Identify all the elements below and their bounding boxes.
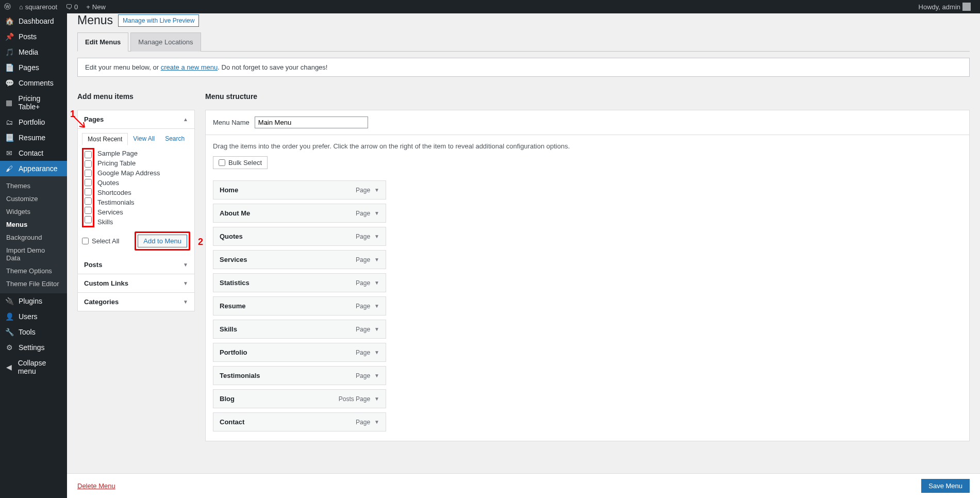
sidebar-sub-themes[interactable]: Themes bbox=[0, 179, 67, 192]
sidebar-item-media[interactable]: 🎵Media bbox=[0, 44, 67, 60]
page-item[interactable]: Services bbox=[97, 207, 190, 217]
chevron-down-icon[interactable]: ▼ bbox=[374, 396, 379, 402]
sidebar-item-plugins[interactable]: 🔌Plugins bbox=[0, 293, 67, 309]
select-all[interactable]: Select All bbox=[82, 237, 119, 245]
sidebar-item-appearance[interactable]: 🖌Appearance bbox=[0, 161, 67, 176]
sidebar-item-label: Posts bbox=[19, 32, 37, 41]
page-checkbox[interactable] bbox=[85, 197, 92, 205]
menu-item-skills[interactable]: SkillsPage▼ bbox=[213, 320, 386, 339]
comments-link[interactable]: 🗨0 bbox=[61, 0, 82, 13]
caret-up-icon: ▲ bbox=[183, 117, 188, 122]
sidebar-item-contact[interactable]: ✉Contact bbox=[0, 145, 67, 161]
inner-tab-most-recent[interactable]: Most Recent bbox=[82, 133, 128, 145]
page-item[interactable]: Sample Page bbox=[97, 148, 190, 158]
inner-tab-view-all[interactable]: View All bbox=[128, 133, 160, 145]
sidebar-sub-widgets[interactable]: Widgets bbox=[0, 205, 67, 218]
menu-item-services[interactable]: ServicesPage▼ bbox=[213, 250, 386, 269]
add-to-menu-button[interactable]: Add to Menu bbox=[138, 235, 187, 247]
chevron-down-icon[interactable]: ▼ bbox=[374, 419, 379, 425]
tab-edit-menus[interactable]: Edit Menus bbox=[77, 32, 128, 52]
page-checkbox[interactable] bbox=[85, 160, 92, 168]
chevron-down-icon[interactable]: ▼ bbox=[374, 373, 379, 378]
menu-name-label: Menu Name bbox=[213, 119, 250, 126]
bulk-select[interactable]: Bulk Select bbox=[213, 156, 268, 169]
sidebar-item-pages[interactable]: 📄Pages bbox=[0, 60, 67, 75]
menu-item-type: Page bbox=[356, 256, 370, 263]
page-item-label: Shortcodes bbox=[97, 189, 131, 196]
chevron-down-icon[interactable]: ▼ bbox=[374, 210, 379, 216]
sidebar-item-pricing-table-[interactable]: ▦Pricing Table+ bbox=[0, 91, 67, 114]
live-preview-button[interactable]: Manage with Live Preview bbox=[118, 14, 199, 27]
menu-item-quotes[interactable]: QuotesPage▼ bbox=[213, 227, 386, 246]
sidebar-item-label: Settings bbox=[19, 343, 45, 352]
posts-accordion-toggle[interactable]: Posts ▼ bbox=[78, 256, 194, 274]
custom-links-accordion-toggle[interactable]: Custom Links ▼ bbox=[78, 274, 194, 293]
page-checkbox[interactable] bbox=[85, 151, 92, 158]
select-all-checkbox[interactable] bbox=[82, 238, 89, 244]
site-link[interactable]: ⌂squareroot bbox=[15, 0, 61, 13]
menu-item-contact[interactable]: ContactPage▼ bbox=[213, 412, 386, 431]
delete-menu-link[interactable]: Delete Menu bbox=[77, 482, 115, 490]
page-item[interactable]: Testimonials bbox=[97, 197, 190, 207]
sidebar-item-dashboard[interactable]: 🏠Dashboard bbox=[0, 13, 67, 29]
menu-item-resume[interactable]: ResumePage▼ bbox=[213, 296, 386, 316]
bulk-select-checkbox[interactable] bbox=[219, 159, 225, 166]
page-item[interactable]: Skills bbox=[97, 217, 190, 227]
bulk-select-label: Bulk Select bbox=[228, 159, 262, 167]
chevron-down-icon[interactable]: ▼ bbox=[374, 234, 379, 239]
sidebar-sub-theme-options[interactable]: Theme Options bbox=[0, 264, 67, 277]
sidebar-item-portfolio[interactable]: 🗂Portfolio bbox=[0, 114, 67, 130]
chevron-down-icon[interactable]: ▼ bbox=[374, 187, 379, 193]
sidebar-item-posts[interactable]: 📌Posts bbox=[0, 29, 67, 44]
sidebar-item-tools[interactable]: 🔧Tools bbox=[0, 324, 67, 340]
menu-name-input[interactable] bbox=[255, 117, 368, 128]
sidebar-sub-background[interactable]: Background bbox=[0, 231, 67, 244]
sidebar-item-users[interactable]: 👤Users bbox=[0, 309, 67, 324]
page-checkbox[interactable] bbox=[85, 179, 92, 186]
menu-item-portfolio[interactable]: PortfolioPage▼ bbox=[213, 343, 386, 362]
menu-item-testimonials[interactable]: TestimonialsPage▼ bbox=[213, 366, 386, 385]
wp-logo[interactable]: ⓦ bbox=[0, 0, 15, 13]
main-content: Menus Manage with Live Preview Edit Menu… bbox=[67, 0, 980, 498]
chevron-down-icon[interactable]: ▼ bbox=[374, 350, 379, 355]
page-checkbox[interactable] bbox=[85, 170, 92, 177]
chevron-down-icon[interactable]: ▼ bbox=[374, 257, 379, 262]
page-checkbox[interactable] bbox=[85, 216, 92, 223]
menu-item-home[interactable]: HomePage▼ bbox=[213, 180, 386, 200]
chevron-down-icon[interactable]: ▼ bbox=[374, 303, 379, 309]
chevron-down-icon[interactable]: ▼ bbox=[374, 280, 379, 286]
account-link[interactable]: Howdy, admin bbox=[915, 0, 975, 13]
menu-item-statistics[interactable]: StatisticsPage▼ bbox=[213, 273, 386, 292]
new-link[interactable]: +New bbox=[82, 0, 110, 13]
chevron-down-icon[interactable]: ▼ bbox=[374, 326, 379, 332]
page-checkbox[interactable] bbox=[85, 207, 92, 214]
save-menu-button[interactable]: Save Menu bbox=[921, 479, 970, 493]
avatar bbox=[962, 3, 971, 11]
pages-list: Sample PagePricing TableGoogle Map Addre… bbox=[94, 148, 190, 227]
create-new-menu-link[interactable]: create a new menu bbox=[161, 63, 218, 71]
page-checkbox[interactable] bbox=[85, 188, 92, 195]
page-item[interactable]: Quotes bbox=[97, 178, 190, 188]
sidebar-sub-import-demo-data[interactable]: Import Demo Data bbox=[0, 244, 67, 264]
page-item[interactable]: Pricing Table bbox=[97, 158, 190, 168]
sidebar-item-label: Contact bbox=[19, 149, 43, 157]
categories-accordion-label: Categories bbox=[84, 298, 119, 306]
menu-item-type: Page bbox=[356, 279, 370, 287]
sidebar-sub-customize[interactable]: Customize bbox=[0, 192, 67, 205]
sidebar-item-resume[interactable]: 📃Resume bbox=[0, 130, 67, 145]
page-item[interactable]: Shortcodes bbox=[97, 188, 190, 197]
tab-manage-locations[interactable]: Manage Locations bbox=[130, 32, 201, 52]
page-item[interactable]: Google Map Address bbox=[97, 168, 190, 178]
sidebar-item-collapse-menu[interactable]: ◀Collapse menu bbox=[0, 355, 67, 379]
menu-item-blog[interactable]: BlogPosts Page▼ bbox=[213, 389, 386, 408]
categories-accordion-toggle[interactable]: Categories ▼ bbox=[78, 293, 194, 311]
plug-icon: 🔌 bbox=[4, 297, 14, 305]
sidebar-sub-theme-file-editor[interactable]: Theme File Editor bbox=[0, 277, 67, 290]
inner-tab-search[interactable]: Search bbox=[160, 133, 190, 145]
sidebar-item-settings[interactable]: ⚙Settings bbox=[0, 340, 67, 355]
menu-item-about-me[interactable]: About MePage▼ bbox=[213, 204, 386, 223]
menu-item-label: Resume bbox=[220, 302, 246, 310]
sidebar-sub-menus[interactable]: Menus bbox=[0, 218, 67, 231]
sidebar-item-comments[interactable]: 💬Comments bbox=[0, 75, 67, 91]
pages-accordion-toggle[interactable]: Pages ▲ bbox=[78, 110, 194, 129]
